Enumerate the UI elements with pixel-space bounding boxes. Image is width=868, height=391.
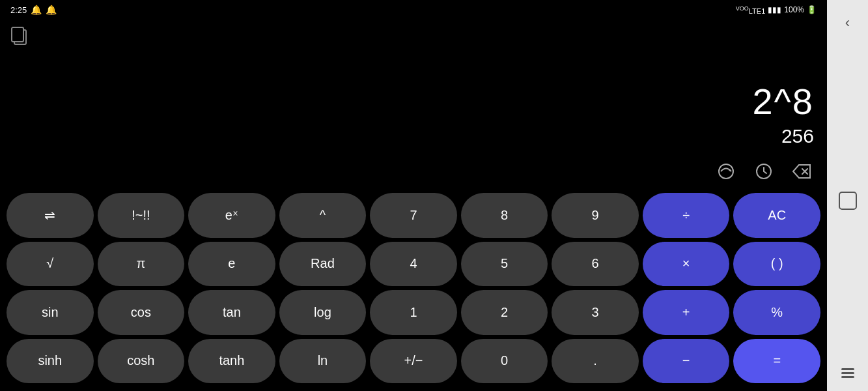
cos-button[interactable]: cos [98,290,185,335]
pi-button[interactable]: π [98,242,185,287]
dot-button[interactable]: . [552,339,639,384]
network-label: VOOLTE1 [736,5,766,15]
alarm-icon-2: 🔔 [46,5,57,15]
battery-icon: 🔋 [807,5,817,14]
button-grid: ⇌!~!!eˣ^789÷AC√πeRad456×( )sincostanlog1… [0,189,827,391]
sin-button[interactable]: sin [7,290,94,335]
exp-button[interactable]: eˣ [188,193,275,238]
e-button[interactable]: e [188,242,275,287]
alarm-icon-1: 🔔 [31,5,42,15]
svg-rect-1 [12,27,23,42]
recents-button[interactable] [841,368,854,378]
side-panel: ‹ [827,0,868,391]
display-area: 2^8 256 [0,20,827,154]
zero-button[interactable]: 0 [461,339,548,384]
home-button[interactable] [839,192,857,210]
plus-button[interactable]: + [643,290,730,335]
equals-button[interactable]: = [733,339,820,384]
seven-button[interactable]: 7 [370,193,457,238]
copy-icon[interactable] [10,26,29,50]
one-button[interactable]: 1 [370,290,457,335]
minus-button[interactable]: − [643,339,730,384]
plusminus-button[interactable]: +/− [370,339,457,384]
cosh-button[interactable]: cosh [98,339,185,384]
sinh-button[interactable]: sinh [7,339,94,384]
status-right: VOOLTE1 ▮▮▮ 100% 🔋 [736,5,817,15]
calculator-main: 2:25 🔔 🔔 VOOLTE1 ▮▮▮ 100% 🔋 2^8 256 [0,0,827,391]
ln-button[interactable]: ln [279,339,367,384]
log-button[interactable]: log [279,290,367,335]
battery-percent: 100% [784,5,804,14]
signal-icon: ▮▮▮ [768,5,781,14]
action-icons-row [0,154,827,189]
status-left: 2:25 🔔 🔔 [10,5,57,15]
six-button[interactable]: 6 [552,242,639,287]
orientation-icon[interactable] [714,159,738,184]
two-button[interactable]: 2 [461,290,548,335]
history-icon[interactable] [751,159,776,184]
sqrt-button[interactable]: √ [7,242,94,287]
divide-button[interactable]: ÷ [643,193,730,238]
ac-button[interactable]: AC [733,193,820,238]
swap-button[interactable]: ⇌ [7,193,94,238]
parens-button[interactable]: ( ) [733,242,820,287]
result-display: 256 [781,125,814,147]
percent-button[interactable]: % [733,290,820,335]
expression-display: 2^8 [752,80,814,123]
status-bar: 2:25 🔔 🔔 VOOLTE1 ▮▮▮ 100% 🔋 [0,0,827,20]
factorial-button[interactable]: !~!! [98,193,185,238]
backspace-icon[interactable] [789,159,814,184]
five-button[interactable]: 5 [461,242,548,287]
back-button[interactable]: ‹ [838,13,858,33]
four-button[interactable]: 4 [370,242,457,287]
tan-button[interactable]: tan [188,290,275,335]
multiply-button[interactable]: × [643,242,730,287]
three-button[interactable]: 3 [552,290,639,335]
time-display: 2:25 [10,5,27,15]
nine-button[interactable]: 9 [552,193,639,238]
eight-button[interactable]: 8 [461,193,548,238]
rad-button[interactable]: Rad [279,242,367,287]
tanh-button[interactable]: tanh [188,339,275,384]
power-button[interactable]: ^ [279,193,367,238]
